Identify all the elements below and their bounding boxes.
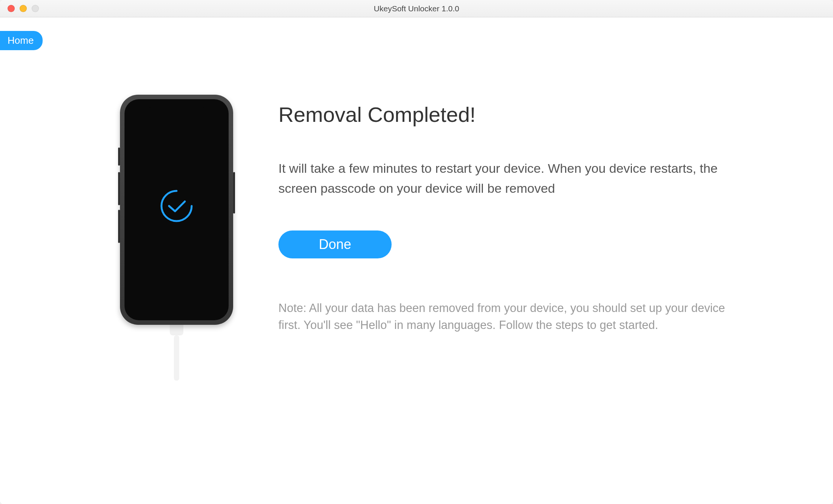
text-column: Removal Completed! It will take a few mi… (278, 95, 731, 381)
note-text: Note: All your data has been removed fro… (278, 300, 731, 334)
device-illustration (120, 95, 233, 381)
app-window: UkeySoft Unlocker 1.0.0 Home (0, 0, 833, 504)
phone-notch (148, 99, 205, 110)
window-title: UkeySoft Unlocker 1.0.0 (374, 4, 459, 13)
home-button[interactable]: Home (0, 31, 43, 50)
maximize-window-button[interactable] (32, 5, 39, 12)
page-title: Removal Completed! (278, 102, 731, 127)
main-panel: Removal Completed! It will take a few mi… (0, 17, 833, 381)
phone-frame (120, 95, 233, 325)
titlebar: UkeySoft Unlocker 1.0.0 (0, 0, 833, 17)
phone-screen (124, 99, 229, 320)
content-area: Home Removal Completed! (0, 17, 833, 504)
done-button[interactable]: Done (278, 230, 392, 258)
cable-wire-icon (174, 335, 179, 381)
body-text: It will take a few minutes to restart yo… (278, 158, 731, 198)
window-controls (0, 5, 39, 12)
checkmark-circle-icon (158, 187, 195, 225)
minimize-window-button[interactable] (20, 5, 27, 12)
close-window-button[interactable] (8, 5, 15, 12)
cable-connector-icon (170, 323, 183, 335)
